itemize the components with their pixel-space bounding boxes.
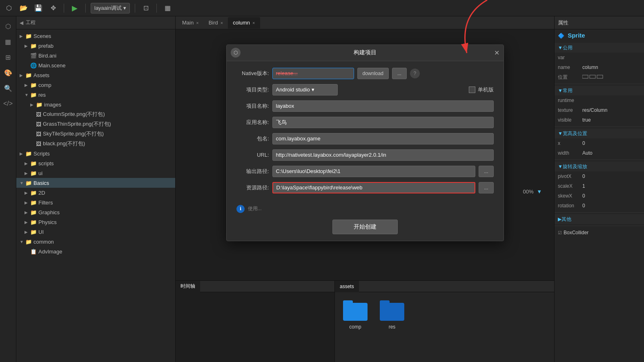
icon-bar: ⬡ ▦ ⊞ 🎨 🔍 </> [0, 16, 16, 362]
width-label: width [558, 150, 582, 156]
ui-label: ui [38, 170, 42, 176]
2d-folder-icon: 📁 [30, 190, 37, 196]
tree-item-2d[interactable]: ▶ 📁 2D [16, 188, 175, 198]
tree-item-basics[interactable]: ▼ 📁 Basics [16, 178, 175, 188]
icon-bar-layers[interactable]: ⬡ [2, 20, 15, 33]
tree-arrow-scripts: ▶ [20, 151, 25, 156]
bottom-tab-timeline[interactable]: 时间轴 [176, 281, 200, 292]
tree-item-filters[interactable]: ▶ 📁 Filters [16, 198, 175, 207]
tree-item-birdani[interactable]: 🎬 Bird.ani [16, 51, 175, 60]
prop-position: 位置 [555, 72, 644, 82]
dialog-close-button[interactable]: ✕ [494, 49, 499, 57]
package-input[interactable] [272, 133, 494, 144]
tree-arrow-2d: ▶ [25, 191, 30, 195]
tree-item-assets[interactable]: ▶ 📁 Assets [16, 70, 175, 80]
tree-item-ui[interactable]: ▶ 📁 ui [16, 168, 175, 178]
package-row: 包名: [236, 133, 494, 144]
tree-item-scripts-sub[interactable]: ▶ 📁 scripts [16, 158, 175, 168]
qr-icon[interactable]: ▦ [162, 2, 173, 14]
dialog-footer: 开始创建 [227, 216, 504, 241]
tree-item-columnsprite[interactable]: 🖼 ColumnSprite.png(不打包) [16, 109, 175, 119]
tree-item-mainscene[interactable]: 🌐 Main.scene [16, 60, 175, 70]
tree-item-grassthinsprite[interactable]: 🖼 GrassThinSprite.png(不打包) [16, 119, 175, 129]
more-button-native[interactable]: ... [392, 68, 407, 79]
tree-item-ui-basics[interactable]: ▶ 📁 UI [16, 227, 175, 237]
tree-item-advimage[interactable]: 📋 AdvImage [16, 247, 175, 256]
position-label: 位置 [558, 74, 582, 81]
skysprite-label: SkyTileSprite.png(不打包) [43, 130, 104, 138]
info-text: 使用... [248, 205, 262, 212]
tree-item-images[interactable]: ▶ 📁 images [16, 100, 175, 109]
width-value: Auto [582, 150, 641, 156]
icon-bar-code[interactable]: </> [2, 97, 15, 110]
section-public-header[interactable]: ▼ 公用 [555, 43, 644, 53]
tab-bird-close[interactable]: × [221, 20, 223, 25]
move-icon[interactable]: ✥ [47, 2, 59, 14]
tree-item-physics[interactable]: ▶ 📁 Physics [16, 217, 175, 227]
debug-dropdown[interactable]: layaain调试 ▾ [91, 3, 130, 13]
tree-arrow-filters: ▶ [25, 200, 30, 205]
project-type-select[interactable]: Android studio ▾ [272, 84, 338, 95]
url-input[interactable] [272, 149, 494, 161]
debug-dropdown-label: layaain调试 [94, 4, 122, 12]
icon-bar-grid[interactable]: ▦ [2, 35, 15, 48]
output-path-input[interactable] [272, 166, 476, 177]
icon-bar-layout[interactable]: ⊞ [2, 51, 15, 64]
code-icon[interactable]: ⊡ [140, 2, 152, 14]
asset-comp[interactable]: comp [343, 300, 368, 330]
advimage-label: AdvImage [38, 249, 62, 255]
native-version-label: Native版本: [236, 70, 269, 77]
output-more-button[interactable]: ... [479, 166, 493, 177]
tree-item-prefab[interactable]: ▶ 📁 prefab [16, 41, 175, 51]
standalone-checkbox[interactable] [469, 87, 475, 93]
native-version-input[interactable] [272, 68, 354, 79]
panel-collapse-icon[interactable]: ◀ [20, 20, 23, 26]
section-transform-header[interactable]: ▼ 旋转及缩放 [555, 162, 644, 171]
birdani-icon: 🎬 [30, 53, 37, 59]
tab-column[interactable]: column × [228, 17, 260, 29]
columnsprite-label: ColumnSprite.png(不打包) [43, 111, 105, 118]
resource-more-button[interactable]: ... [479, 182, 493, 193]
tab-bird[interactable]: Bird × [204, 17, 228, 29]
texture-label: texture [558, 107, 582, 113]
section-public: ▼ 公用 var name column 位置 [555, 41, 644, 84]
prop-runtime: runtime [555, 95, 644, 105]
save-icon[interactable]: 💾 [33, 2, 44, 14]
dialog-body: Native版本: download ... ? 项目类型: Android s… [227, 61, 504, 205]
help-icon[interactable]: ? [410, 69, 420, 78]
icon-bar-search[interactable]: 🔍 [2, 82, 15, 95]
collapse-common-icon: ▼ [558, 88, 563, 93]
tree-item-res[interactable]: ▼ 📁 res [16, 90, 175, 100]
project-name-input[interactable] [272, 100, 494, 112]
section-other-header[interactable]: ▶ 其他 [555, 214, 644, 224]
bottom-tab-assets[interactable]: assets [335, 281, 359, 292]
var-label: var [558, 55, 582, 60]
tab-main[interactable]: Main × [177, 17, 204, 29]
toolbar: ⬡ 📂 💾 ✥ ▶ layaain调试 ▾ ⊡ ▦ [0, 0, 644, 16]
app-name-input[interactable] [272, 117, 494, 128]
tree-item-scenes[interactable]: ▶ 📁 Scenes [16, 31, 175, 41]
tree-item-common[interactable]: ▼ 📁 common [16, 237, 175, 247]
icon-bar-paint[interactable]: 🎨 [2, 66, 15, 79]
tree-item-blackpng[interactable]: 🖼 black.png(不打包) [16, 139, 175, 149]
tab-column-close[interactable]: × [252, 20, 255, 25]
open-folder-icon[interactable]: 📂 [18, 2, 29, 14]
native-version-row: Native版本: download ... ? [236, 68, 494, 79]
center-content: ⬡ 构建项目 ✕ Native版本: download ... ? [176, 29, 554, 280]
tree-item-skysprite[interactable]: 🖼 SkyTileSprite.png(不打包) [16, 129, 175, 139]
tree-item-graphics[interactable]: ▶ 📁 Graphics [16, 207, 175, 217]
visible-label: visible [558, 117, 582, 123]
download-button[interactable]: download [357, 68, 389, 79]
resource-path-input[interactable] [272, 182, 476, 193]
play-icon[interactable]: ▶ [69, 2, 80, 14]
properties-title: 属性 [558, 19, 568, 27]
box-collider-checkbox-icon[interactable]: ☑ [558, 230, 562, 235]
tree-item-comp[interactable]: ▶ 📁 comp [16, 80, 175, 90]
tab-main-close[interactable]: × [196, 20, 198, 25]
tree-item-scripts[interactable]: ▶ 📁 Scripts [16, 149, 175, 158]
asset-res[interactable]: res [380, 300, 404, 330]
section-common-header[interactable]: ▼ 常用 [555, 86, 644, 95]
section-dimensions-header[interactable]: ▼ 宽高及位置 [555, 129, 644, 138]
bottom-panel: 时间轴 assets [176, 280, 554, 362]
build-button[interactable]: 开始创建 [332, 220, 398, 234]
